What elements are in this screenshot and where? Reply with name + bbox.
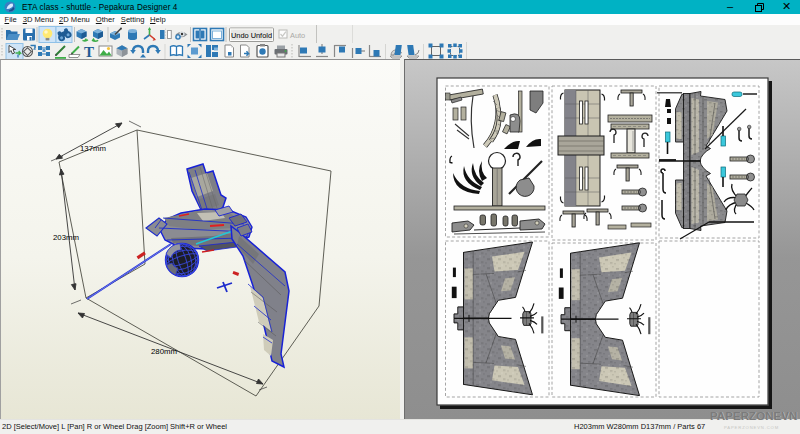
svg-text:Undo Unfold: Undo Unfold xyxy=(231,31,272,40)
svg-text:280mm: 280mm xyxy=(151,347,177,356)
svg-text:203mm: 203mm xyxy=(53,233,79,242)
svg-text:Auto: Auto xyxy=(290,31,305,40)
svg-text:T: T xyxy=(84,44,94,60)
svg-text:137mm: 137mm xyxy=(80,144,106,153)
